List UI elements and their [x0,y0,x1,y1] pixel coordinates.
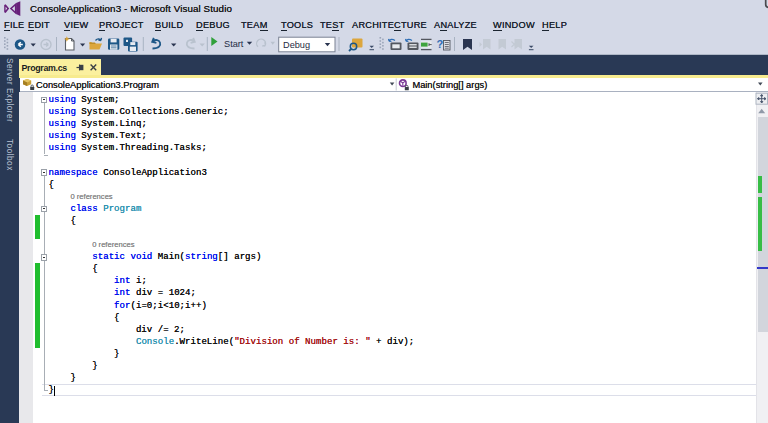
svg-text:?: ? [437,38,444,50]
